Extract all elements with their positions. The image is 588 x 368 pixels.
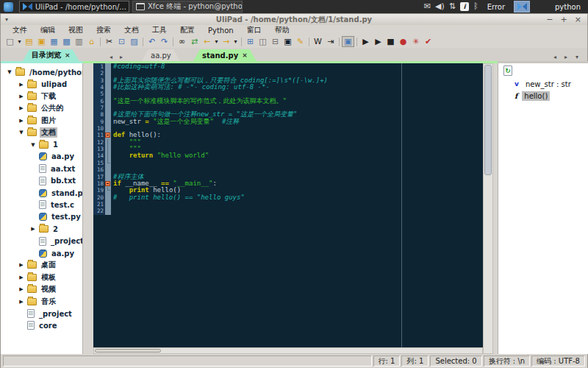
fold-margin[interactable] xyxy=(105,132,111,138)
tree-expander-icon[interactable]: ▶ xyxy=(15,93,27,99)
menu-item-1[interactable]: 编辑 xyxy=(35,25,61,35)
tree-expander-icon[interactable]: ▶ xyxy=(15,262,27,268)
taskbar-window-button-1[interactable]: Xfce 终端 - python@python... xyxy=(132,1,243,13)
back-button[interactable]: ← xyxy=(201,36,213,47)
save-button[interactable]: ▦ xyxy=(48,36,60,47)
tree-item-16[interactable]: ▶桌面 xyxy=(1,259,82,271)
paste-button[interactable]: ▨ xyxy=(128,36,140,47)
copy-button[interactable]: ⊡ xyxy=(115,36,128,47)
forward-dropdown[interactable]: ▾ xyxy=(232,36,239,47)
replace-button[interactable]: ⇄ xyxy=(188,36,201,47)
split-horizontal-button[interactable]: ⊟ xyxy=(269,36,282,47)
menu-item-9[interactable]: 帮助 xyxy=(269,25,295,35)
tree-item-10[interactable]: stand.py xyxy=(1,187,82,199)
tree-item-4[interactable]: ▶图片 xyxy=(1,115,82,127)
tabs-scroll-right-button[interactable]: ▸ xyxy=(564,54,567,60)
left-tabs-scroll-right-button[interactable]: ▸ xyxy=(120,54,123,60)
volume-icon[interactable]: ◀) xyxy=(435,0,445,13)
redo-button[interactable]: ↷ xyxy=(158,36,171,47)
tree-item-20[interactable]: _project xyxy=(1,308,82,319)
tab-close-icon[interactable]: × xyxy=(242,52,248,59)
tabs-scroll-left-button[interactable]: ◂ xyxy=(553,54,556,60)
editor-tab-aa.py[interactable]: aa.py xyxy=(142,49,180,61)
tree-item-19[interactable]: ▶音乐 xyxy=(1,295,82,307)
tree-expander-icon[interactable]: ▶ xyxy=(15,118,27,124)
tab-directory-browser[interactable]: 目录浏览 × xyxy=(23,49,79,61)
tree-expander-icon[interactable]: ▶ xyxy=(15,82,27,88)
menu-item-2[interactable]: 视图 xyxy=(62,25,89,35)
info-icon[interactable]: i xyxy=(460,2,469,11)
minimize-button[interactable]: − xyxy=(546,15,553,24)
new-file-dropdown[interactable]: ▾ xyxy=(16,36,23,47)
new-window-button[interactable]: ⊞ xyxy=(244,36,257,47)
new-file-button[interactable]: □ xyxy=(4,36,16,47)
code-editor[interactable]: 1#coding=utf-823#上面其实你随便怎么写都可以，只要符合 codi… xyxy=(93,63,483,347)
forward-button[interactable]: → xyxy=(220,36,232,47)
tree-expander-icon[interactable]: ▶ xyxy=(15,299,27,305)
tree-item-11[interactable]: test.c xyxy=(1,199,82,210)
tree-item-1[interactable]: ▶ulipad xyxy=(1,78,82,90)
tree-expander-icon[interactable]: ▶ xyxy=(15,105,27,111)
tree-item-12[interactable]: test.py xyxy=(1,211,82,223)
cut-button[interactable]: ✂ xyxy=(103,36,115,47)
tree-item-6[interactable]: ▼1 xyxy=(1,138,82,150)
close-button[interactable]: × xyxy=(575,15,581,24)
outline-item-0[interactable]: vnew_str : str xyxy=(498,78,588,90)
hscroll-thumb[interactable] xyxy=(95,349,161,353)
network-icon[interactable]: ⇅ xyxy=(449,0,456,13)
bluetooth-icon[interactable]: ᛒ xyxy=(473,0,478,13)
tree-item-9[interactable]: bb.txt xyxy=(1,175,82,187)
tab-close-icon[interactable]: × xyxy=(65,52,71,59)
fold-collapse-icon[interactable] xyxy=(105,132,110,138)
tree-item-8[interactable]: aa.txt xyxy=(1,163,82,174)
tree-item-5[interactable]: ▼文档 xyxy=(1,127,82,138)
tree-item-15[interactable]: aa.py xyxy=(1,247,82,259)
tree-expander-icon[interactable]: ▼ xyxy=(4,69,15,75)
ulipad-tray-icon[interactable] xyxy=(514,1,530,13)
tree-expander-icon[interactable]: ▶ xyxy=(15,286,27,292)
tree-expander-icon[interactable]: ▼ xyxy=(15,130,27,135)
tree-item-14[interactable]: _project xyxy=(1,235,82,247)
save-all-button[interactable]: ▩ xyxy=(60,36,73,47)
tree-item-17[interactable]: ▶模板 xyxy=(1,272,82,283)
tree-expander-icon[interactable]: ▼ xyxy=(27,142,39,148)
tree-item-2[interactable]: ▶下载 xyxy=(1,91,82,102)
left-tabs-scroll-left-button[interactable]: ◂ xyxy=(110,54,112,60)
editor-hscrollbar[interactable] xyxy=(93,347,483,354)
split-vertical-button[interactable]: ◫ xyxy=(257,36,269,47)
menu-item-7[interactable]: Python xyxy=(202,26,240,35)
debug-settings-button[interactable]: ✳ xyxy=(409,36,422,47)
stop-button[interactable]: ■ xyxy=(384,36,397,47)
open-file-button[interactable]: ▤ xyxy=(23,36,35,47)
tree-expander-icon[interactable]: ▶ xyxy=(27,226,39,232)
tree-item-21[interactable]: core xyxy=(1,319,82,331)
run-button[interactable]: ▶ xyxy=(359,36,372,47)
mail-icon[interactable]: ✉ xyxy=(424,0,431,13)
word-wrap-button[interactable]: W xyxy=(312,36,324,47)
taskbar-window-button-0[interactable]: UliPad - /home/python/... xyxy=(19,1,129,13)
tabs-list-dropdown[interactable]: ▾ xyxy=(576,54,578,60)
vscroll-thumb[interactable] xyxy=(484,65,492,175)
menu-item-6[interactable]: 配置 xyxy=(174,25,201,35)
export-button[interactable]: ⌂ xyxy=(85,36,98,47)
editor-vscrollbar[interactable] xyxy=(483,63,493,354)
menu-item-3[interactable]: 搜索 xyxy=(90,25,117,35)
applications-menu-button[interactable] xyxy=(0,0,16,13)
tree-item-3[interactable]: ▶公共的 xyxy=(1,102,82,114)
back-dropdown[interactable]: ▾ xyxy=(213,36,220,47)
menu-item-4[interactable]: 文档 xyxy=(118,25,145,35)
outline-item-1[interactable]: fhello() xyxy=(498,90,588,102)
tree-item-0[interactable]: ▼/home/python xyxy=(1,66,82,78)
debug-button[interactable]: ● xyxy=(397,36,409,47)
titlebar[interactable]: ▾ UliPad - /home/python/文档/1/stand.py − … xyxy=(1,14,587,25)
menu-item-0[interactable]: 文件 xyxy=(7,25,33,35)
tree-item-18[interactable]: ▶视频 xyxy=(1,283,82,295)
menu-item-8[interactable]: 窗口 xyxy=(241,25,268,35)
notes-button[interactable]: ✎ xyxy=(294,36,306,47)
undo-button[interactable]: ↶ xyxy=(146,36,158,47)
run-last-button[interactable]: ▶ xyxy=(372,36,384,47)
tree-expander-icon[interactable]: ▶ xyxy=(15,275,27,280)
refresh-outline-button[interactable]: ↻ xyxy=(503,66,512,76)
find-button[interactable]: ∞ xyxy=(176,36,188,47)
tree-item-7[interactable]: aa.py xyxy=(1,151,82,163)
